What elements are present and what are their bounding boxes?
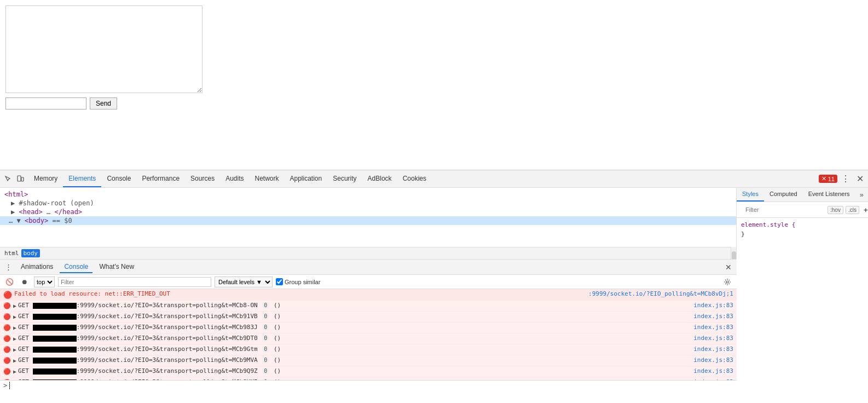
breadcrumb-body[interactable]: body bbox=[21, 249, 40, 257]
body-tag: <body> bbox=[25, 217, 48, 224]
row-source-4[interactable]: index.js:83 bbox=[693, 335, 733, 342]
err-icon-1: 🔴 bbox=[3, 302, 11, 309]
devtools-toolbar: Memory Elements Console Performance Sour… bbox=[0, 170, 868, 188]
filter-add-btn[interactable]: + bbox=[861, 205, 868, 215]
row-arrow-2[interactable]: ▶ bbox=[13, 314, 16, 320]
tab-sources[interactable]: Sources bbox=[185, 170, 220, 187]
row-source-1[interactable]: index.js:83 bbox=[693, 302, 733, 309]
tab-network[interactable]: Network bbox=[250, 170, 285, 187]
console-stop-icon[interactable]: ⏺ bbox=[19, 276, 31, 288]
head-tag: <head> bbox=[19, 208, 42, 216]
row-source-3[interactable]: index.js:83 bbox=[693, 324, 733, 331]
group-similar-label: Group similar bbox=[285, 279, 320, 285]
row-source-2[interactable]: index.js:83 bbox=[693, 313, 733, 320]
body-equals: == bbox=[53, 217, 65, 224]
console-menu-icon[interactable]: ⋮ bbox=[2, 261, 14, 273]
dom-scrollbar[interactable] bbox=[731, 247, 736, 259]
tab-application[interactable]: Application bbox=[285, 170, 328, 187]
console-filter-input[interactable] bbox=[58, 277, 211, 287]
console-row-2: 🔴 ▶ GET :9999/socket.io/?EIO=3&transport… bbox=[0, 312, 737, 323]
device-icon[interactable] bbox=[14, 173, 26, 185]
row-source-6[interactable]: index.js:83 bbox=[693, 356, 733, 364]
redacted-6 bbox=[33, 358, 77, 364]
filter-hov-btn[interactable]: :hov bbox=[828, 206, 843, 214]
tab-styles[interactable]: Styles bbox=[737, 188, 764, 202]
style-selector: element.style { bbox=[741, 221, 795, 228]
row-source-7[interactable]: index.js:83 bbox=[693, 367, 733, 375]
breadcrumb-html[interactable]: html bbox=[4, 250, 19, 257]
main-error-text: Failed to load resource: net::ERR_TIMED_… bbox=[14, 290, 588, 297]
row-source-5[interactable]: index.js:83 bbox=[693, 346, 733, 353]
tab-console[interactable]: Console bbox=[101, 170, 136, 187]
row-text-2: GET :9999/socket.io/?EIO=3&transport=pol… bbox=[18, 313, 693, 320]
row-arrow-5[interactable]: ▶ bbox=[13, 347, 16, 353]
redacted-4 bbox=[33, 336, 77, 342]
dom-line-body[interactable]: … ▼ <body> == $0 bbox=[0, 216, 736, 225]
filter-cls-btn[interactable]: .cls bbox=[846, 206, 859, 214]
send-button[interactable]: Send bbox=[90, 97, 117, 110]
console-filter-row: 🚫 ⏺ top Default levels ▼ Group similar bbox=[0, 275, 737, 289]
level-select[interactable]: Default levels ▼ bbox=[215, 277, 273, 287]
tab-cookies[interactable]: Cookies bbox=[397, 170, 432, 187]
html-tag: <html> bbox=[4, 191, 28, 198]
tab-console-bottom[interactable]: Console bbox=[60, 261, 92, 273]
dom-line-shadow[interactable]: ▶ #shadow-root (open) bbox=[0, 199, 736, 208]
row-arrow-4[interactable]: ▶ bbox=[13, 336, 16, 342]
console-close-icon[interactable]: ✕ bbox=[722, 261, 734, 273]
head-ellipsis: … bbox=[47, 208, 50, 216]
style-close-brace: } bbox=[741, 231, 745, 238]
console-area: ⋮ Animations Console What's New ✕ 🚫 ⏺ to… bbox=[0, 259, 737, 390]
tab-adblock[interactable]: AdBlock bbox=[362, 170, 397, 187]
row-arrow-3[interactable]: ▶ bbox=[13, 325, 16, 331]
tab-performance[interactable]: Performance bbox=[136, 170, 185, 187]
console-row-main-error: 🔴 Failed to load resource: net::ERR_TIME… bbox=[0, 289, 737, 301]
console-toolbar-right: ✕ bbox=[722, 261, 734, 273]
row-arrow-7[interactable]: ▶ bbox=[13, 369, 16, 375]
dom-line-html[interactable]: <html> bbox=[0, 190, 736, 199]
group-similar-checkbox[interactable] bbox=[276, 278, 283, 285]
tab-audits[interactable]: Audits bbox=[220, 170, 249, 187]
context-select[interactable]: top bbox=[34, 277, 55, 287]
tab-memory[interactable]: Memory bbox=[28, 170, 63, 187]
chat-textarea[interactable] bbox=[5, 5, 202, 93]
message-input[interactable] bbox=[5, 97, 86, 110]
body-arrow: ▼ bbox=[16, 217, 24, 224]
dom-content: <html> ▶ #shadow-root (open) ▶ <head> … … bbox=[0, 188, 736, 247]
console-row-3: 🔴 ▶ GET :9999/socket.io/?EIO=3&transport… bbox=[0, 323, 737, 333]
tab-computed[interactable]: Computed bbox=[764, 188, 803, 202]
styles-filter-row: :hov .cls + bbox=[737, 202, 868, 218]
err-icon-5: 🔴 bbox=[3, 346, 11, 353]
console-row-7: 🔴 ▶ GET :9999/socket.io/?EIO=3&transport… bbox=[0, 366, 737, 377]
tab-security[interactable]: Security bbox=[327, 170, 362, 187]
tab-elements[interactable]: Elements bbox=[63, 170, 101, 187]
row-text-7: GET :9999/socket.io/?EIO=3&transport=pol… bbox=[18, 367, 693, 375]
console-toolbar: ⋮ Animations Console What's New ✕ bbox=[0, 260, 737, 275]
toolbar-right: ✕ 11 ⋮ ✕ bbox=[819, 173, 866, 185]
row-text-6: GET :9999/socket.io/?EIO=3&transport=pol… bbox=[18, 356, 693, 364]
row-arrow-1[interactable]: ▶ bbox=[13, 303, 16, 309]
redacted-5 bbox=[33, 347, 77, 353]
main-error-source[interactable]: :9999/socket.io/?EIO_polling&t=MCb8vDj;1 bbox=[588, 290, 733, 297]
style-rule-element: element.style { bbox=[741, 221, 864, 228]
row-text-1: GET :9999/socket.io/?EIO=3&transport=pol… bbox=[18, 302, 693, 309]
dom-breadcrumb: html body bbox=[0, 247, 731, 259]
console-row-4: 🔴 ▶ GET :9999/socket.io/?EIO=3&transport… bbox=[0, 333, 737, 344]
console-clear-icon[interactable]: 🚫 bbox=[3, 276, 15, 288]
row-text-3: GET :9999/socket.io/?EIO=3&transport=pol… bbox=[18, 324, 693, 331]
inspect-icon[interactable] bbox=[2, 173, 14, 185]
console-settings-icon[interactable] bbox=[721, 276, 733, 288]
dom-scrollbar-thumb bbox=[732, 251, 736, 259]
redacted-1 bbox=[33, 303, 77, 309]
head-close-tag: </head> bbox=[55, 208, 83, 216]
tab-animations[interactable]: Animations bbox=[16, 261, 57, 273]
row-arrow-6[interactable]: ▶ bbox=[13, 358, 16, 364]
styles-filter-input[interactable] bbox=[741, 204, 825, 215]
head-arrow: ▶ bbox=[11, 208, 19, 216]
more-options-icon[interactable]: ⋮ bbox=[840, 173, 852, 185]
close-devtools-icon[interactable]: ✕ bbox=[854, 173, 866, 185]
svg-rect-0 bbox=[18, 176, 21, 181]
expand-icon[interactable]: » bbox=[855, 188, 868, 202]
tab-event-listeners[interactable]: Event Listeners bbox=[803, 188, 855, 202]
dom-line-head[interactable]: ▶ <head> … </head> bbox=[0, 208, 736, 216]
tab-whats-new[interactable]: What's New bbox=[95, 261, 138, 273]
